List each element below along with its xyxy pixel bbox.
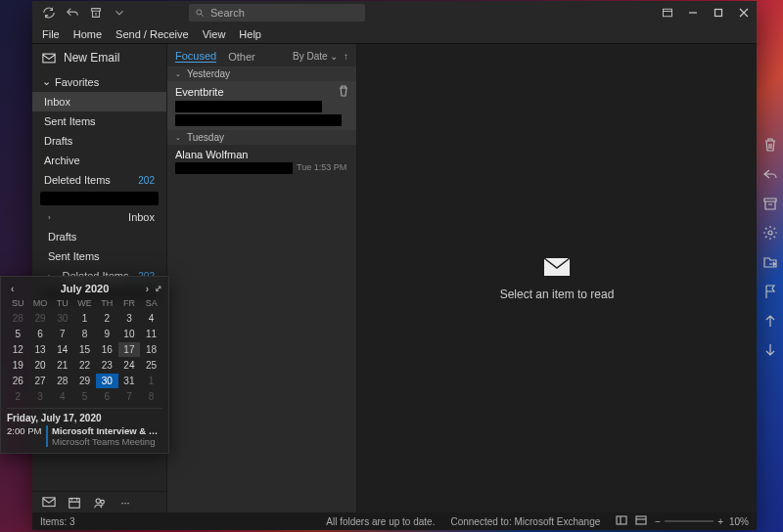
calendar-day[interactable]: 2	[96, 311, 118, 326]
calendar-day[interactable]: 16	[96, 342, 118, 357]
down-arrow-icon[interactable]	[762, 342, 778, 358]
calendar-day[interactable]: 6	[29, 327, 52, 341]
calendar-day[interactable]: 5	[7, 327, 29, 341]
calendar-day[interactable]: 8	[73, 327, 96, 341]
menu-file[interactable]: File	[42, 28, 60, 40]
sort-direction-icon[interactable]: ↑	[344, 51, 348, 62]
reply-icon[interactable]	[762, 166, 778, 182]
message-item[interactable]: Eventbrite	[167, 81, 356, 130]
calendar-day[interactable]: 4	[51, 389, 73, 404]
folder-sent-2[interactable]: Sent Items	[32, 246, 166, 266]
more-nav-icon[interactable]: ···	[118, 496, 132, 510]
folder-drafts-2[interactable]: Drafts	[32, 227, 166, 246]
calendar-day[interactable]: 29	[29, 311, 52, 326]
calendar-day[interactable]: 7	[118, 389, 141, 404]
calendar-day[interactable]: 31	[118, 374, 141, 388]
sync-icon[interactable]	[42, 6, 56, 20]
calendar-day[interactable]: 17	[118, 342, 141, 357]
calendar-day[interactable]: 4	[140, 311, 162, 326]
flag-icon[interactable]	[762, 284, 778, 299]
calendar-day[interactable]: 1	[73, 311, 96, 326]
people-nav-icon[interactable]	[93, 496, 107, 510]
calendar-day[interactable]: 27	[29, 374, 52, 388]
favorites-header[interactable]: ⌄ Favorites	[32, 71, 166, 92]
delete-icon[interactable]	[762, 137, 778, 153]
calendar-day[interactable]: 30	[96, 374, 118, 388]
calendar-next-icon[interactable]: ›	[146, 284, 149, 294]
folder-inbox-2[interactable]: ›Inbox	[32, 207, 166, 227]
tab-focused[interactable]: Focused	[175, 50, 216, 63]
message-item[interactable]: Alana Wolfman Tue 1:53 PM	[167, 145, 356, 176]
menu-help[interactable]: Help	[239, 28, 261, 40]
calendar-day[interactable]: 3	[118, 311, 141, 326]
calendar-day[interactable]: 19	[7, 358, 29, 373]
minimize-button[interactable]	[680, 1, 706, 24]
calendar-day[interactable]: 1	[140, 374, 162, 388]
sort-by-date[interactable]: By Date ⌄ ↑	[293, 51, 348, 62]
calendar-day[interactable]: 2	[7, 389, 29, 404]
archive-icon[interactable]	[762, 196, 778, 211]
calendar-day[interactable]: 23	[96, 358, 118, 373]
folder-deleted[interactable]: Deleted Items202	[32, 170, 166, 190]
calendar-day[interactable]: 7	[51, 327, 73, 341]
maximize-button[interactable]	[706, 1, 731, 24]
folder-archive[interactable]: Archive	[32, 151, 166, 170]
group-header-yesterday[interactable]: ⌄Yesterday	[167, 66, 356, 81]
undo-icon[interactable]	[66, 6, 79, 20]
pin-icon[interactable]: ⤢	[155, 284, 162, 293]
calendar-day[interactable]: 6	[96, 389, 118, 404]
calendar-day[interactable]: 10	[118, 327, 141, 341]
menu-view[interactable]: View	[203, 28, 226, 40]
up-arrow-icon[interactable]	[762, 313, 778, 329]
calendar-day[interactable]: 14	[51, 342, 73, 357]
calendar-day[interactable]: 5	[73, 389, 96, 404]
calendar-day[interactable]: 22	[73, 358, 96, 373]
archive-quick-icon[interactable]	[89, 6, 103, 20]
agenda-event[interactable]: 2:00 PM Microsoft Interview & demo w/ Se…	[7, 425, 162, 447]
calendar-day[interactable]: 28	[51, 374, 73, 388]
folder-sent[interactable]: Sent Items	[32, 111, 166, 131]
calendar-day[interactable]: 28	[7, 311, 29, 326]
calendar-nav-icon[interactable]	[68, 496, 81, 510]
zoom-in-icon[interactable]: +	[717, 516, 723, 527]
settings-icon[interactable]	[762, 225, 778, 241]
calendar-day[interactable]: 25	[140, 358, 162, 373]
calendar-day[interactable]: 21	[51, 358, 73, 373]
calendar-prev-icon[interactable]: ‹	[11, 284, 14, 294]
calendar-dow: SU	[7, 296, 29, 310]
menu-send-receive[interactable]: Send / Receive	[115, 28, 189, 40]
new-email-button[interactable]: New Email	[32, 44, 166, 71]
folder-inbox[interactable]: Inbox	[32, 92, 166, 111]
search-box[interactable]: Search	[189, 4, 365, 22]
mail-nav-icon[interactable]	[42, 496, 56, 510]
tab-other[interactable]: Other	[228, 51, 255, 63]
svg-rect-3	[43, 54, 55, 63]
menu-home[interactable]: Home	[73, 28, 102, 40]
view-reading-icon[interactable]	[635, 515, 647, 527]
zoom-slider[interactable]	[665, 520, 714, 522]
folder-drafts[interactable]: Drafts	[32, 131, 166, 151]
view-normal-icon[interactable]	[616, 515, 627, 527]
calendar-day[interactable]: 18	[140, 342, 162, 357]
calendar-day[interactable]: 15	[73, 342, 96, 357]
delete-icon[interactable]	[339, 85, 348, 99]
account-name-redacted[interactable]	[40, 192, 159, 205]
calendar-day[interactable]: 20	[29, 358, 52, 373]
group-header-tuesday[interactable]: ⌄Tuesday	[167, 130, 356, 145]
calendar-day[interactable]: 24	[118, 358, 141, 373]
close-button[interactable]	[731, 1, 757, 24]
calendar-day[interactable]: 12	[7, 342, 29, 357]
move-icon[interactable]	[762, 254, 778, 270]
dropdown-icon[interactable]	[113, 6, 126, 20]
calendar-day[interactable]: 26	[7, 374, 29, 388]
calendar-day[interactable]: 29	[73, 374, 96, 388]
calendar-day[interactable]: 8	[140, 389, 162, 404]
zoom-out-icon[interactable]: −	[655, 516, 661, 527]
calendar-day[interactable]: 13	[29, 342, 52, 357]
calendar-day[interactable]: 3	[29, 389, 52, 404]
calendar-day[interactable]: 30	[51, 311, 73, 326]
calendar-dow: SA	[140, 296, 162, 310]
ribbon-toggle-icon[interactable]	[655, 1, 680, 24]
calendar-day[interactable]: 9	[96, 327, 118, 341]
calendar-day[interactable]: 11	[140, 327, 162, 341]
